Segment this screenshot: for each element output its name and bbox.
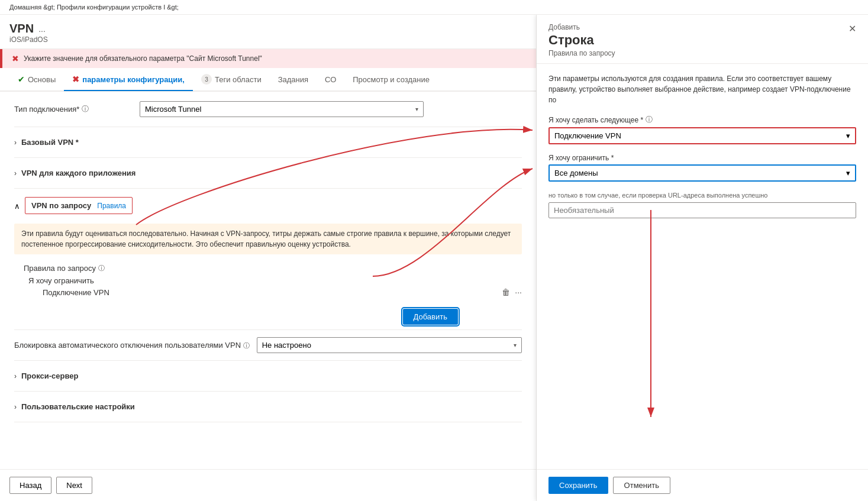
connection-type-select[interactable]: Microsoft Tunnel ▾ (140, 101, 424, 117)
right-content: Эти параметры используются для создания … (537, 64, 868, 469)
chevron-proxy-icon: › (14, 372, 17, 380)
chevron-down-right2: ▾ (846, 169, 850, 177)
block-disconnect-label: Блокировка автоматического отключения по… (14, 341, 250, 350)
add-button-wrapper: Добавить (14, 309, 458, 325)
app-subtitle: iOS/iPadOS (9, 35, 527, 44)
tab-num: 3 (201, 74, 212, 85)
bottom-bar: Назад Next (0, 469, 536, 501)
tab-tags[interactable]: 3 Теги области (193, 68, 270, 92)
chevron-down-icon3: ▾ (514, 342, 517, 348)
info-icon: ⓘ (82, 104, 89, 114)
app-dots: ... (38, 24, 46, 34)
x-icon: ✖ (72, 75, 79, 84)
right-panel: Добавить Строка Правила по запросу ✕ Эти… (537, 15, 868, 501)
section-on-demand: ∧ VPN по запросу Правила Эти правила буд… (14, 193, 522, 325)
right-title: Строка (548, 33, 615, 48)
check-icon: ✔ (18, 75, 25, 84)
tab-config-label: параметры конфигурации, (82, 75, 185, 84)
tab-tasks-label: Задания (278, 75, 308, 84)
breadcrumb-page: Профили конфигурации устройств I &gt; (57, 4, 179, 11)
cancel-button[interactable]: Отменить (613, 477, 670, 494)
save-button[interactable]: Сохранить (548, 477, 608, 494)
on-demand-title: VPN по запросу (31, 201, 91, 210)
chevron-right-icon2: › (14, 169, 17, 177)
right-subtitle: Добавить (548, 23, 615, 31)
chevron-right-icon: › (14, 138, 17, 147)
tabs-bar: ✔ Основы ✖ параметры конфигурации, 3 Тег… (0, 68, 536, 92)
info-icon-right1: ⓘ (646, 115, 653, 125)
tab-tasks[interactable]: Задания (270, 69, 317, 91)
tab-basics[interactable]: ✔ Основы (9, 69, 64, 91)
info-icon2: ⓘ (98, 264, 105, 273)
section-per-app-vpn[interactable]: › VPN для каждого приложения (14, 163, 522, 183)
section-basic-vpn[interactable]: › Базовый VPN * (14, 132, 522, 153)
right-field3-input[interactable] (548, 202, 856, 218)
right-description: Эти параметры используются для создания … (548, 73, 856, 105)
connection-type-row: Тип подключения* ⓘ Microsoft Tunnel ▾ (14, 101, 522, 117)
tab-basics-label: Основы (28, 75, 56, 84)
per-app-vpn-title: VPN для каждого приложения (21, 169, 135, 177)
add-button[interactable]: Добавить (403, 309, 458, 325)
left-header: VPN ... iOS/iPadOS (0, 15, 536, 49)
connection-type-label: Тип подключения* ⓘ (14, 104, 133, 114)
back-button[interactable]: Назад (9, 477, 51, 494)
app-title: VPN (9, 22, 34, 35)
rule-actions: 🗑 ··· (502, 287, 522, 297)
right-field2-label: Я хочу ограничить * (548, 154, 856, 162)
rules-subsection: Правила по запросу ⓘ Я хочу ограничить П… (14, 259, 522, 304)
chevron-down-icon2: ∧ (14, 202, 20, 211)
breadcrumb: Домашняя &gt; Профили конфигурации устро… (0, 0, 868, 15)
right-field-1: Я хочу сделать следующее * ⓘ Подключение… (548, 115, 856, 144)
right-field2-select[interactable]: Все домены ▾ (548, 164, 856, 182)
tab-review[interactable]: Просмотр и создание (344, 69, 438, 91)
tab-scope-label: СО (325, 75, 336, 84)
tab-config[interactable]: ✖ параметры конфигурации, (64, 69, 193, 91)
error-icon: ✖ (12, 54, 19, 63)
block-disconnect-select[interactable]: Не настроено ▾ (257, 337, 522, 353)
on-demand-info: Эти правила будут оцениваться последоват… (14, 224, 522, 254)
left-panel: VPN ... iOS/iPadOS ✖ Укажите значение дл… (0, 15, 537, 501)
breadcrumb-home[interactable]: Домашняя &gt; (9, 4, 55, 11)
tab-scope[interactable]: СО (317, 69, 344, 91)
on-demand-rules-tag: Правила (97, 202, 126, 210)
error-banner: ✖ Укажите значение для обязательного пар… (0, 49, 536, 68)
tab-review-label: Просмотр и создание (353, 75, 430, 84)
on-demand-section-outlined: VPN по запросу Правила (25, 197, 133, 214)
right-field3-sublabel: но только в том случае, если проверка UR… (548, 191, 856, 200)
chevron-down-icon: ▾ (415, 106, 418, 112)
close-button[interactable]: ✕ (848, 23, 856, 34)
custom-title: Пользовательские настройки (21, 402, 135, 411)
right-field-3: но только в том случае, если проверка UR… (548, 191, 856, 218)
section-custom[interactable]: › Пользовательские настройки (14, 396, 522, 417)
rules-label: Правила по запросу ⓘ (24, 264, 522, 273)
right-bottom-bar: Сохранить Отменить (537, 469, 868, 501)
right-field1-select[interactable]: Подключение VPN ▾ (548, 127, 856, 144)
more-icon[interactable]: ··· (515, 287, 522, 297)
right-field1-label: Я хочу сделать следующее * ⓘ (548, 115, 856, 125)
info-icon3: ⓘ (243, 342, 250, 349)
delete-icon[interactable]: 🗑 (502, 287, 510, 297)
right-section-label: Правила по запросу (548, 49, 615, 57)
next-button[interactable]: Next (56, 477, 92, 494)
proxy-title: Прокси-сервер (21, 371, 79, 380)
error-message: Укажите значение для обязательного парам… (24, 54, 262, 63)
right-header: Добавить Строка Правила по запросу ✕ (537, 15, 868, 64)
chevron-custom-icon: › (14, 403, 17, 411)
right-field-2: Я хочу ограничить * Все домены ▾ (548, 154, 856, 182)
rules-sub2: Подключение VPN (43, 288, 109, 297)
block-disconnect-row: Блокировка автоматического отключения по… (14, 337, 522, 353)
basic-vpn-title: Базовый VPN * (21, 138, 79, 147)
section-proxy[interactable]: › Прокси-сервер (14, 366, 522, 386)
content-area: Тип подключения* ⓘ Microsoft Tunnel ▾ › … (0, 92, 536, 469)
rules-sub1: Я хочу ограничить (28, 276, 522, 285)
chevron-down-right1: ▾ (846, 131, 850, 140)
tab-tags-label: Теги области (215, 75, 262, 84)
right-header-titles: Добавить Строка Правила по запросу (548, 23, 615, 57)
rule-row: Подключение VPN 🗑 ··· (28, 285, 522, 299)
